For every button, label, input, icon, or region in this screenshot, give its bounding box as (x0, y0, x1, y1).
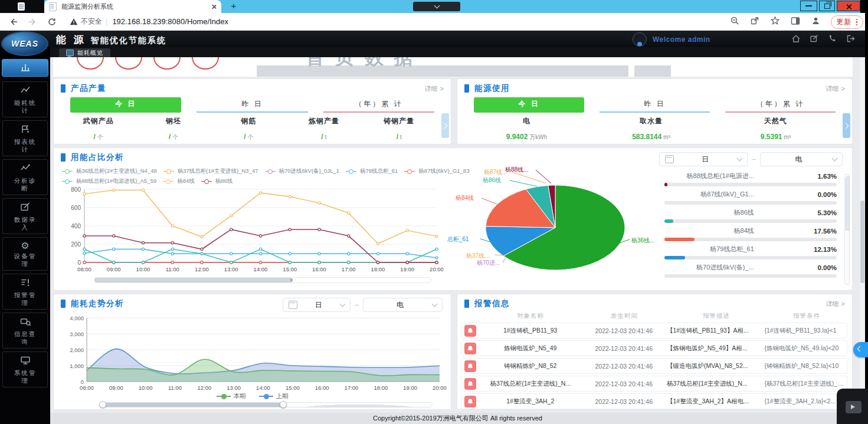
metric-天然气: 天然气9.5391m³ (713, 116, 838, 142)
legend-swatch (62, 171, 73, 172)
profile-icon[interactable] (811, 16, 821, 28)
metric-武钢产品: 武钢产品/个 (61, 116, 136, 142)
back-button[interactable] (8, 17, 18, 27)
sidebar-item-数据录入[interactable]: 数据录入 (2, 198, 48, 234)
share-icon[interactable] (750, 16, 759, 28)
window-close-button[interactable] (837, 1, 860, 11)
svg-text:08:00: 08:00 (77, 266, 91, 272)
phone-icon[interactable] (828, 34, 837, 45)
titlebar-dropdown-button[interactable] (413, 2, 460, 11)
sidebar-item-报表统计[interactable]: 报表统计 (2, 120, 48, 156)
detail-link[interactable]: 详细> (826, 84, 845, 93)
legend-label: 上期 (276, 392, 289, 400)
legend-item-本期[interactable]: 本期 (217, 392, 246, 400)
forward-button[interactable] (28, 17, 38, 27)
energy-type-select[interactable]: 电 (363, 298, 443, 312)
alarm-row[interactable]: 杨37线总柜(1#主变进线)_N...2022-12-03 20:41:46杨3… (461, 376, 847, 392)
column-header-报警条件: 报警条件 (765, 312, 848, 320)
sidebar-item-overview[interactable] (2, 59, 48, 77)
percent-row-杨88线总柜(1#电源进...[interactable]: 杨88线总柜(1#电源进...1.63% (664, 169, 837, 186)
metric-label: 电 (464, 116, 589, 126)
logout-icon[interactable] (846, 34, 855, 45)
sidebar-item-分析诊断[interactable]: 分析诊断 (2, 159, 48, 195)
sidebar-item-信息查询[interactable]: 信息查询 (2, 313, 48, 349)
app-icon (18, 2, 25, 11)
alarm-row[interactable]: 1#整流变_3AH_22022-12-03 20:41:46【1#整流变_3AH… (461, 393, 847, 409)
browser-tab-title: 能源监测分析系统 (61, 2, 211, 11)
menu-dots-icon[interactable] (856, 19, 858, 26)
svg-text:800: 800 (71, 186, 81, 193)
main-content: 首页数据 产品产量 详细> 今 日昨 日（年）累 计 武钢产品/个钢坯/个钢筋/… (50, 57, 860, 413)
area-chart-datazoom[interactable] (101, 402, 433, 407)
date-type-select[interactable]: 日 (283, 298, 351, 312)
avatar[interactable] (633, 32, 647, 47)
alarm-info-panel: 报警信息 详细> 对象名称发生时间报警描述报警条件 1#连铸机_PB11_932… (457, 294, 853, 410)
line-chart-datazoom[interactable] (94, 277, 431, 283)
tab-（年）累计[interactable]: （年）累 计 (725, 97, 836, 113)
gauge-circle (153, 57, 181, 70)
edit-icon[interactable] (810, 34, 819, 45)
tab-energy-overview[interactable]: 能耗概览 (59, 48, 110, 57)
gauge-circle (115, 57, 142, 70)
percent-row-杨70进线6kV(备)_...[interactable]: 杨70进线6kV(备)_...0.00% (664, 261, 837, 278)
sidebar-item-系统管理[interactable]: 系统管理 (2, 351, 48, 387)
chevron-down-icon (737, 156, 743, 162)
clipped-grey-block (634, 65, 671, 77)
collapse-panel-button[interactable] (853, 342, 868, 357)
update-button[interactable]: 更新 (831, 15, 864, 29)
legend-item-杨70进线6kV(备)_0JL_1[interactable]: 杨70进线6kV(备)_0JL_1 (265, 167, 339, 175)
svg-text:17:00: 17:00 (345, 384, 359, 391)
scrollbar-thumb[interactable] (846, 176, 850, 231)
browser-tab[interactable]: 能源监测分析系统 (44, 0, 221, 13)
legend-item-杨79线总柜_61[interactable]: 杨79线总柜_61 (346, 167, 398, 175)
tab-今日[interactable]: 今 日 (70, 97, 181, 113)
datazoom-thumb[interactable] (94, 278, 293, 282)
percent-list-scrollbar[interactable] (844, 174, 850, 285)
reload-button[interactable] (47, 17, 57, 27)
alarm-row[interactable]: 铸钢精炼炉_N8_522022-12-03 20:41:46【锻造电弧炉(MVA… (461, 358, 847, 374)
carousel-next-button[interactable] (843, 113, 850, 138)
page-scrollbar[interactable] (860, 57, 865, 413)
new-tab-button[interactable]: + (229, 1, 238, 11)
bookmark-star-icon[interactable] (770, 16, 780, 28)
legend-item-杨37线总柜(1#主变进线)_N3_47[interactable]: 杨37线总柜(1#主变进线)_N3_47 (163, 167, 258, 175)
sidebar-item-label: 信息查询 (11, 330, 40, 346)
detail-link[interactable]: 详细> (425, 84, 444, 93)
carousel-next-button[interactable] (441, 113, 449, 138)
date-type-select[interactable]: 日 (659, 152, 748, 166)
alarm-row[interactable]: 1#连铸机_PB11_932022-12-03 20:41:46【1#连铸机_P… (461, 323, 847, 338)
sidebar-item-设备管理[interactable]: ⚙设备管理 (2, 237, 48, 271)
datazoom-handle-left[interactable] (99, 401, 106, 408)
tab-今日[interactable]: 今 日 (474, 97, 584, 113)
legend-item-上期[interactable]: 上期 (259, 392, 289, 400)
datazoom-fill[interactable] (101, 403, 283, 407)
tab-昨日[interactable]: 昨 日 (196, 97, 307, 113)
zoom-icon[interactable] (730, 16, 739, 28)
home-icon[interactable] (791, 34, 801, 45)
percent-row-杨86线[interactable]: 杨86线5.30% (664, 206, 837, 223)
datazoom-handle-right[interactable] (280, 401, 287, 408)
window-minimize-button[interactable] (800, 1, 817, 11)
column-header-对象名称: 对象名称 (480, 312, 581, 320)
scrollbar-thumb[interactable] (860, 201, 864, 283)
percent-row-杨84线[interactable]: 杨84线17.56% (664, 224, 837, 241)
title-marker (61, 300, 65, 308)
legend-item-杨36线总柜(2#主变进线)_N4_48[interactable]: 杨36线总柜(2#主变进线)_N4_48 (62, 167, 157, 175)
tab-close-icon[interactable] (211, 4, 217, 9)
svg-text:10:00: 10:00 (136, 266, 150, 272)
window-restore-button[interactable] (819, 1, 835, 11)
energy-type-select[interactable]: 电 (760, 152, 843, 166)
percent-row-杨79线总柜_61[interactable]: 杨79线总柜_6112.13% (664, 242, 837, 259)
pip-overlay[interactable] (837, 389, 868, 424)
alarm-row[interactable]: 炼钢电弧炉_N5_492022-12-03 20:41:46【炼钢电弧炉_N5_… (461, 340, 847, 356)
tab-（年）累计[interactable]: （年）累 计 (323, 97, 434, 113)
svg-text:19:00: 19:00 (400, 266, 414, 272)
line-series[interactable] (84, 249, 437, 262)
tab-昨日[interactable]: 昨 日 (600, 97, 710, 113)
address-bar[interactable]: 不安全 | 192.168.18.239:8080/Home/Index (70, 17, 228, 27)
sidebar-item-报警管理[interactable]: 报警管理 (2, 274, 48, 310)
detail-link[interactable]: 详细> (826, 300, 845, 308)
side-panel-icon[interactable] (791, 17, 800, 28)
percent-row-杨87线(6kV)_G1...[interactable]: 杨87线(6kV)_G1...0.00% (664, 188, 837, 205)
sidebar-item-能耗统计[interactable]: 能耗统计 (2, 81, 48, 117)
